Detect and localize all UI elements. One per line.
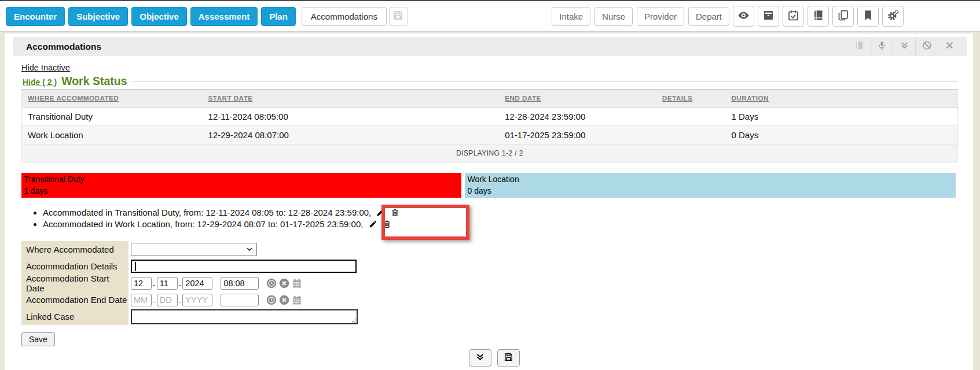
cell-where: Work Location: [22, 126, 203, 145]
objective-button[interactable]: Objective: [131, 7, 187, 26]
encounter-button[interactable]: Encounter: [6, 7, 65, 26]
text-caret: [135, 262, 136, 271]
calendar-icon[interactable]: [292, 295, 302, 305]
expand-all-button[interactable]: [469, 349, 491, 367]
nurse-button[interactable]: Nurse: [594, 7, 633, 26]
segment-duration: 1 days: [24, 185, 459, 197]
bottom-actions: [469, 349, 520, 367]
calendar-check-button[interactable]: [783, 6, 804, 27]
copy-button[interactable]: [832, 6, 854, 27]
segment-label: Transitional Duty: [24, 173, 459, 185]
paging-status: DISPLAYING 1-2 / 2: [22, 145, 958, 162]
floppy-disk-icon: [504, 352, 513, 364]
cell-start: 12-11-2024 08:05:00: [203, 108, 500, 126]
accommodation-details-input[interactable]: [131, 260, 357, 273]
work-status-timeline: Transitional Duty 1 days Work Location 0…: [21, 173, 958, 198]
cell-end: 01-17-2025 23:59:00: [499, 126, 656, 145]
bookmark-button[interactable]: [857, 6, 879, 27]
red-highlight-annotation: [381, 205, 469, 240]
panel-close-button[interactable]: [938, 37, 960, 56]
panel-dictate-button[interactable]: [870, 37, 893, 56]
plan-button[interactable]: Plan: [261, 7, 296, 26]
accommodation-text: Accommodated in Transitional Duty, from:…: [43, 208, 371, 217]
hide-count-link[interactable]: Hide ( 2 ): [23, 77, 57, 87]
settings-button[interactable]: [882, 6, 904, 27]
accommodation-start-date-label: Accommodation Start Date: [21, 275, 129, 291]
cell-duration: 0 Days: [725, 126, 957, 145]
start-day-input[interactable]: [157, 277, 178, 290]
panel-title: Accommodations: [26, 42, 101, 52]
archive-button[interactable]: [758, 6, 779, 27]
panel-book-button[interactable]: [848, 37, 870, 56]
cell-start: 12-29-2024 08:07:00: [203, 126, 500, 145]
accommodation-end-date-label: Accommodation End Date: [21, 291, 129, 308]
hide-inactive-link[interactable]: Hide Inactive: [21, 63, 70, 72]
table-row: Work Location 12-29-2024 08:07:00 01-17-…: [22, 126, 958, 145]
bookmark-icon: [862, 9, 874, 24]
start-time-input[interactable]: [221, 277, 259, 290]
panel-content: Hide Inactive Hide ( 2 ) Work Status WHE…: [21, 62, 958, 346]
edit-pencil-icon[interactable]: [369, 220, 377, 228]
accommodations-panel: Accommodations: [5, 34, 973, 370]
col-header-start-date[interactable]: START DATE: [203, 90, 500, 108]
panel-collapse-button[interactable]: [893, 37, 915, 56]
tab-save-button[interactable]: [389, 7, 408, 26]
panel-cancel-button[interactable]: [915, 37, 938, 56]
table-header-row: WHERE ACCOMMODATED START DATE END DATE D…: [22, 90, 958, 108]
date-separator: -: [153, 297, 156, 306]
end-day-input[interactable]: [157, 294, 178, 306]
intake-button[interactable]: Intake: [552, 7, 590, 26]
linked-case-label: Linked Case: [21, 308, 129, 325]
accommodation-details-label: Accommodation Details: [21, 258, 129, 275]
top-toolbar: Encounter Subjective Objective Assessmen…: [0, 0, 980, 32]
save-button[interactable]: Save: [21, 332, 55, 346]
cell-where: Transitional Duty: [22, 108, 203, 126]
gears-icon: [887, 9, 899, 24]
panel-header: Accommodations: [13, 37, 967, 56]
book-button[interactable]: [808, 6, 829, 27]
cell-details: [656, 126, 726, 145]
end-year-input[interactable]: [182, 294, 212, 306]
cancel-circle-icon: [922, 40, 932, 53]
table-footer-row: DISPLAYING 1-2 / 2: [22, 145, 958, 162]
end-time-input[interactable]: [221, 294, 259, 306]
cell-duration: 1 Days: [725, 108, 957, 126]
clock-icon[interactable]: [266, 295, 277, 305]
end-month-input[interactable]: [131, 294, 152, 306]
save-all-button[interactable]: [497, 349, 520, 367]
close-icon: [945, 40, 955, 53]
book-icon: [812, 9, 824, 24]
linked-case-input[interactable]: [131, 309, 358, 324]
assessment-button[interactable]: Assessment: [190, 7, 258, 26]
start-year-input[interactable]: [182, 277, 212, 290]
chevron-down-icon: [246, 245, 253, 255]
calendar-icon[interactable]: [292, 278, 302, 288]
where-accommodated-select[interactable]: [131, 243, 257, 256]
chevron-double-down-icon: [475, 352, 485, 364]
microphone-icon: [877, 40, 887, 53]
calendar-check-icon: [787, 9, 799, 24]
col-header-details[interactable]: DETAILS: [656, 90, 726, 108]
provider-button[interactable]: Provider: [637, 7, 684, 26]
start-month-input[interactable]: [131, 277, 152, 290]
work-status-legend: Hide ( 2 ) Work Status: [21, 75, 132, 88]
col-header-end-date[interactable]: END DATE: [499, 90, 656, 108]
cell-end: 12-28-2024 23:59:00: [499, 108, 656, 126]
clock-icon[interactable]: [266, 278, 277, 288]
list-item: Accommodated in Work Location, from: 12-…: [43, 219, 958, 230]
clear-date-icon[interactable]: [279, 295, 289, 305]
segment-label: Work Location: [467, 173, 953, 185]
table-row: Transitional Duty 12-11-2024 08:05:00 12…: [22, 108, 958, 126]
tab-accommodations[interactable]: Accommodations: [302, 7, 387, 26]
depart-button[interactable]: Depart: [688, 7, 729, 26]
chevron-double-down-icon: [900, 40, 909, 53]
col-header-where-accommodated[interactable]: WHERE ACCOMMODATED: [22, 90, 203, 108]
book-icon: [854, 40, 864, 53]
date-separator: -: [179, 280, 182, 290]
clear-date-icon[interactable]: [279, 278, 289, 288]
where-accommodated-label: Where Accommodated: [21, 241, 129, 258]
eye-button[interactable]: [733, 6, 754, 27]
subjective-button[interactable]: Subjective: [68, 7, 128, 26]
col-header-duration[interactable]: DURATION: [725, 90, 957, 108]
accommodation-form: Where Accommodated Accommodation Details: [21, 241, 958, 325]
